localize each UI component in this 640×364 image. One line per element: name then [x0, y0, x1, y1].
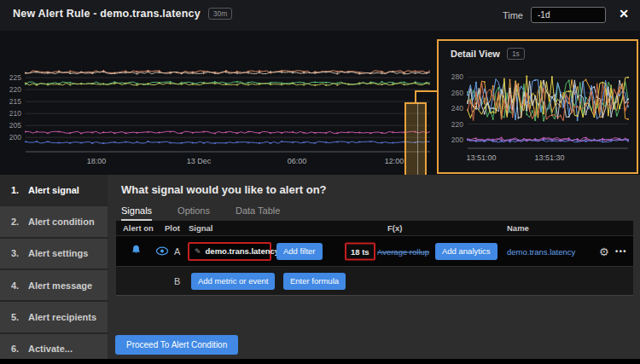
- sidebar-item-alert-recipients[interactable]: 5. Alert recipients: [0, 302, 108, 332]
- signal-row-a: A ✎ demo.trans.latency Add filter 18 ts …: [116, 235, 633, 266]
- add-metric-button[interactable]: Add metric or event: [191, 273, 275, 290]
- page-title: New Alert Rule - demo.trans.latency: [13, 8, 201, 20]
- step-label: Alert settings: [28, 248, 88, 258]
- step-number: 6.: [11, 344, 22, 354]
- signal-question: What signal would you like to alert on?: [121, 183, 327, 196]
- svg-text:215: 215: [9, 97, 21, 106]
- alert-bell-icon[interactable]: [131, 244, 142, 259]
- modal-bottom-edge: [0, 359, 640, 364]
- sidebar-item-alert-condition[interactable]: 2. Alert condition: [0, 206, 108, 236]
- svg-text:220: 220: [451, 120, 463, 129]
- signal-table: Alert on Plot Signal F(x) Name A ✎: [116, 221, 633, 296]
- svg-text:205: 205: [9, 121, 21, 130]
- detail-view-title: Detail View: [451, 49, 500, 59]
- svg-text:260: 260: [451, 89, 463, 97]
- step-label: Alert message: [28, 280, 92, 291]
- svg-text:13:51:30: 13:51:30: [534, 153, 564, 162]
- detail-view-header: Detail View 1s: [451, 48, 525, 60]
- resolution-badge: 1s: [507, 48, 525, 60]
- step-label: Activate...: [28, 344, 73, 354]
- sidebar-item-alert-settings[interactable]: 3. Alert settings: [0, 239, 108, 269]
- chart-zone: 22522021521020520018:0013 Dec06:0012:00 …: [0, 31, 640, 175]
- signal-content: What signal would you like to alert on? …: [108, 175, 640, 364]
- col-signal: Signal: [189, 223, 213, 233]
- plot-label-a: A: [174, 246, 180, 257]
- top-bar: New Alert Rule - demo.trans.latency 30m …: [0, 0, 640, 31]
- step-number: 2.: [11, 217, 22, 227]
- signal-metric-name: demo.trans.latency: [206, 246, 280, 256]
- title-group: New Alert Rule - demo.trans.latency 30m: [13, 8, 232, 20]
- svg-text:200: 200: [451, 136, 463, 144]
- step-number: 4.: [11, 280, 22, 291]
- svg-text:13 Dec: 13 Dec: [187, 157, 212, 165]
- timeseries-count-badge: 18 ts: [345, 242, 375, 260]
- step-number: 1.: [11, 185, 22, 195]
- signal-row-b: B Add metric or event Enter formula: [116, 266, 633, 295]
- proceed-to-alert-condition-button[interactable]: Proceed To Alert Condition: [115, 335, 238, 355]
- svg-text:13:51:00: 13:51:00: [466, 153, 496, 162]
- detail-connector-horizontal: [415, 90, 439, 92]
- detail-selection-brush[interactable]: [404, 102, 427, 178]
- sidebar-item-alert-message[interactable]: 4. Alert message: [0, 270, 108, 300]
- main-chart: 22522021521020520018:0013 Dec06:0012:00: [7, 36, 433, 172]
- chart-crosshair: [417, 102, 418, 184]
- step-number: 5.: [11, 312, 22, 322]
- svg-text:280: 280: [451, 72, 463, 81]
- col-alert-on: Alert on: [123, 223, 154, 233]
- rollup-link[interactable]: Average rollup: [377, 246, 429, 256]
- time-range-input[interactable]: [531, 7, 606, 23]
- svg-text:200: 200: [9, 133, 21, 142]
- tab-signals[interactable]: Signals: [121, 205, 152, 221]
- add-filter-button[interactable]: Add filter: [276, 243, 323, 260]
- time-range-group: Time: [503, 7, 606, 23]
- alert-builder-section: 1. Alert signal 2. Alert condition 3. Al…: [0, 175, 640, 364]
- edit-pencil-icon: ✎: [195, 247, 201, 256]
- step-sidebar: 1. Alert signal 2. Alert condition 3. Al…: [0, 175, 108, 364]
- visibility-eye-icon[interactable]: [155, 244, 169, 259]
- step-number: 3.: [11, 248, 22, 258]
- detail-chart: 28026024022020013:51:0013:51:30: [442, 63, 637, 170]
- col-plot: Plot: [165, 223, 180, 233]
- col-name: Name: [507, 223, 529, 233]
- step-label: Alert condition: [28, 217, 95, 227]
- close-icon[interactable]: ✕: [619, 8, 629, 20]
- alert-rule-modal: New Alert Rule - demo.trans.latency 30m …: [0, 0, 640, 364]
- time-label: Time: [503, 10, 523, 20]
- enter-formula-button[interactable]: Enter formula: [283, 273, 346, 290]
- svg-text:225: 225: [9, 73, 21, 82]
- plot-label-b: B: [174, 276, 180, 286]
- step-label: Alert recipients: [28, 312, 96, 322]
- svg-text:240: 240: [451, 104, 463, 113]
- tab-data-table[interactable]: Data Table: [236, 205, 280, 221]
- signal-table-header: Alert on Plot Signal F(x) Name: [116, 221, 633, 235]
- detail-view-panel: Detail View 1s 28026024022020013:51:0013…: [437, 39, 638, 174]
- signal-name-link[interactable]: demo.trans.latency: [507, 246, 575, 256]
- svg-text:210: 210: [9, 109, 21, 118]
- duration-badge: 30m: [208, 8, 233, 20]
- signal-tabs: Signals Options Data Table: [121, 205, 280, 221]
- gear-icon[interactable]: ⚙: [599, 245, 609, 257]
- col-fx: F(x): [387, 223, 402, 233]
- svg-text:06:00: 06:00: [288, 157, 307, 165]
- sidebar-item-alert-signal[interactable]: 1. Alert signal: [0, 175, 108, 205]
- svg-text:12:00: 12:00: [385, 157, 404, 165]
- more-options-icon[interactable]: •••: [615, 247, 627, 256]
- tab-options[interactable]: Options: [177, 205, 210, 221]
- svg-text:18:00: 18:00: [87, 157, 107, 165]
- svg-text:220: 220: [9, 85, 21, 94]
- signal-metric-chip[interactable]: ✎ demo.trans.latency: [188, 242, 271, 261]
- add-analytics-button[interactable]: Add analytics: [435, 243, 497, 260]
- step-label: Alert signal: [28, 185, 79, 195]
